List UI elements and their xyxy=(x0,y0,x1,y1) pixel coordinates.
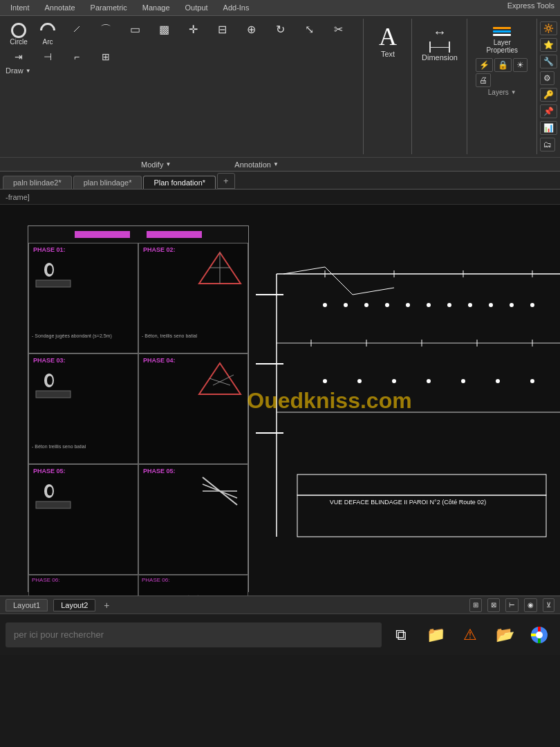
add-layout-button[interactable]: + xyxy=(101,600,112,611)
arc-icon xyxy=(37,19,58,41)
rotate-button[interactable]: ↻ xyxy=(267,21,293,47)
ribbon-content: Circle Arc ⟋ ⌒ ▭ ▩ xyxy=(0,15,560,157)
circle-button[interactable]: Circle xyxy=(6,21,32,47)
layer-btn3[interactable]: ☀ xyxy=(513,58,528,72)
circle-label: Circle xyxy=(10,38,28,46)
svg-point-37 xyxy=(468,303,472,307)
polyline-button[interactable]: ⌒ xyxy=(93,21,119,47)
tab-output[interactable]: Output xyxy=(178,0,215,15)
trim-button[interactable]: ✂ xyxy=(325,21,351,47)
copy-icon: ⊕ xyxy=(247,23,256,36)
svg-rect-8 xyxy=(36,501,71,508)
svg-point-41 xyxy=(323,379,327,383)
extend-button[interactable]: ⇥ xyxy=(6,50,32,64)
rect-button[interactable]: ▭ xyxy=(122,21,148,47)
draw-group: Circle Arc ⟋ ⌒ ▭ ▩ xyxy=(0,19,364,154)
doc-tab-1[interactable]: plan blindage* xyxy=(73,176,142,189)
blindage-title: VUE DEFACE BLINDAGE II PAROI N°2 (Côté R… xyxy=(330,499,487,506)
annotation-sublabel[interactable]: Annotation ▼ xyxy=(223,159,290,170)
layer-properties-button[interactable]: Layer Properties xyxy=(476,21,528,57)
array-icon: ⊞ xyxy=(102,51,110,62)
tool-btn-4[interactable]: ⚙ xyxy=(540,71,554,85)
spiral-icon-2 xyxy=(32,360,74,401)
doc-tab-0[interactable]: paln blindae2* xyxy=(3,176,72,189)
search-input[interactable] xyxy=(6,622,382,647)
tab-intent[interactable]: Intent xyxy=(3,0,37,15)
grid-button[interactable]: ⊠ xyxy=(487,598,500,612)
polar-button[interactable]: ◉ xyxy=(524,598,537,612)
fillet-icon: ⌐ xyxy=(74,51,80,62)
files-taskbar-icon[interactable]: ⧉ xyxy=(386,620,416,650)
break-button[interactable]: ⊣ xyxy=(35,50,61,64)
layout2-tab[interactable]: Layout2 xyxy=(53,599,95,611)
tab-manage[interactable]: Manage xyxy=(136,0,177,15)
draw-dropdown-arrow[interactable]: ▼ xyxy=(26,68,31,74)
layout1-tab[interactable]: Layout1 xyxy=(6,599,48,611)
warning-taskbar-icon[interactable]: ⚠ xyxy=(455,620,485,650)
move-button[interactable]: ✛ xyxy=(180,21,206,47)
tool-btn-8[interactable]: 🗂 xyxy=(540,138,555,151)
phase-small-1: PHASE 06: xyxy=(28,575,138,596)
draw-label: Draw xyxy=(6,66,24,75)
tab-annotate[interactable]: Annotate xyxy=(38,0,82,15)
layer-btn2[interactable]: 🔒 xyxy=(494,58,512,72)
phase02-label: - Béton, treillis seno batial xyxy=(142,333,197,339)
draw-icons: Circle Arc ⟋ ⌒ ▭ ▩ xyxy=(6,21,357,64)
layers-dropdown[interactable]: ▼ xyxy=(511,89,516,95)
tool-btn-2[interactable]: ⭐ xyxy=(540,38,557,52)
arc-button[interactable]: Arc xyxy=(35,21,61,47)
mirror-button[interactable]: ⊟ xyxy=(209,21,235,47)
dimension-button[interactable]: ↔ Dimension xyxy=(416,21,463,64)
layer-btn1[interactable]: ⚡ xyxy=(476,58,493,72)
tool-btn-7[interactable]: 📊 xyxy=(540,121,557,135)
command-line: -frame] xyxy=(0,190,560,205)
copy-button[interactable]: ⊕ xyxy=(238,21,264,47)
layers-label: Layers ▼ xyxy=(488,87,516,96)
pink-bar-1 xyxy=(75,231,130,238)
osnap-button[interactable]: ⊻ xyxy=(543,598,554,612)
tool-btn-5[interactable]: 🔑 xyxy=(540,88,557,102)
polyline-icon: ⌒ xyxy=(100,23,111,37)
line-button[interactable]: ⟋ xyxy=(64,21,90,47)
layer-btn4[interactable]: 🖨 xyxy=(476,73,491,87)
tool-btn-3[interactable]: 🔧 xyxy=(540,55,557,68)
express-tools-label: Express Tools xyxy=(507,1,554,10)
rebar-icon-2 xyxy=(196,360,244,401)
arc-label: Arc xyxy=(43,38,53,46)
rotate-icon: ↻ xyxy=(276,23,285,36)
folder2-taskbar-icon[interactable]: 📂 xyxy=(489,620,520,650)
fillet-button[interactable]: ⌐ xyxy=(64,50,90,64)
line-icon: ⟋ xyxy=(71,23,82,35)
array-button[interactable]: ⊞ xyxy=(93,50,119,64)
pink-bar-2 xyxy=(147,231,202,238)
document-tabs: paln blindae2* plan blindage* Plan fonda… xyxy=(0,172,560,190)
svg-point-47 xyxy=(530,379,534,383)
scale-button[interactable]: ⤡ xyxy=(296,21,322,47)
svg-rect-4 xyxy=(36,391,71,398)
svg-point-38 xyxy=(489,303,493,307)
layer-group: Layer Properties ⚡ 🔒 ☀ 🖨 Layers ▼ xyxy=(467,19,537,154)
svg-point-46 xyxy=(496,379,500,383)
tab-addins[interactable]: Add-Ins xyxy=(216,0,256,15)
text-group: A Text xyxy=(364,19,412,154)
doc-tab-2[interactable]: Plan fondation* xyxy=(143,176,216,189)
tool-btn-6[interactable]: 📌 xyxy=(540,104,557,118)
draw-label-row: Draw ▼ xyxy=(6,66,357,75)
tab-parametric[interactable]: Parametric xyxy=(84,0,134,15)
taskbar: ⧉ 📁 ⚠ 📂 xyxy=(0,614,560,655)
chrome-taskbar-icon[interactable] xyxy=(524,620,554,650)
hatch-button[interactable]: ▩ xyxy=(151,21,177,47)
left-panel: PHASE 01: - Sondage jugées abondant (s=2… xyxy=(28,225,249,592)
svg-point-40 xyxy=(530,303,534,307)
modify-sublabel[interactable]: Modify ▼ xyxy=(130,159,182,170)
snap-button[interactable]: ⊞ xyxy=(469,598,482,612)
ortho-button[interactable]: ⊢ xyxy=(505,598,519,612)
canvas-area[interactable]: Ouedkniss.com PHASE 01: - So xyxy=(0,205,560,596)
text-button[interactable]: A Text xyxy=(371,21,405,61)
doc-tab-add[interactable]: + xyxy=(217,173,235,189)
folder-taskbar-icon[interactable]: 📁 xyxy=(420,620,451,650)
right-panel: VUE DEFACE BLINDAGE II PAROI N°2 (Côté R… xyxy=(256,205,560,596)
command-text: -frame] xyxy=(6,193,30,201)
x-overlay: ✕ xyxy=(185,589,202,596)
tool-btn-1[interactable]: 🔆 xyxy=(540,21,557,35)
